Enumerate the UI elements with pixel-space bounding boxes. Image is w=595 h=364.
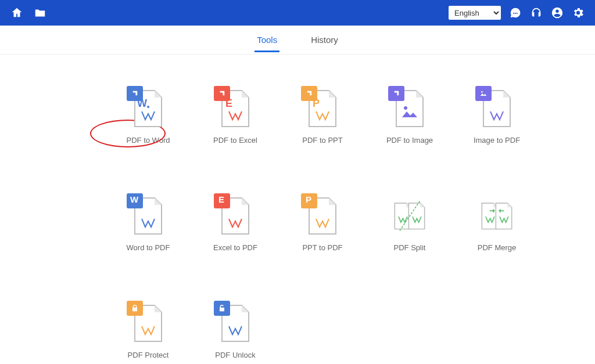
split-icon [393, 197, 426, 236]
file-icon-pdf [131, 304, 165, 344]
language-select[interactable]: English [449, 6, 501, 20]
svg-point-0 [147, 106, 149, 108]
tool-label: Word to PDF [127, 243, 170, 252]
merge-icon [480, 197, 514, 236]
tool-word-to-pdf[interactable]: W Word to PDF [105, 197, 192, 252]
tool-label: PPT to PDF [302, 243, 342, 252]
file-icon-pdf: P [306, 197, 339, 236]
tool-label: PDF to Word [127, 136, 170, 145]
gear-icon[interactable] [572, 6, 585, 19]
file-icon-pdf: E [218, 89, 252, 129]
tool-pdf-split[interactable]: PDF Split [366, 197, 453, 252]
tool-label: PDF Merge [478, 243, 516, 252]
svg-point-1 [404, 106, 407, 110]
tool-label: PDF Protect [128, 351, 169, 359]
profile-icon[interactable] [551, 6, 564, 19]
tool-pdf-protect[interactable]: PDF Protect [105, 304, 192, 359]
tool-label: Excel to PDF [213, 243, 257, 252]
tools-panel: W PDF to Word E PDF to Excel P PD [0, 55, 595, 359]
file-icon-pdf [393, 89, 426, 129]
app-header: English [0, 0, 595, 26]
tool-pdf-merge[interactable]: PDF Merge [453, 197, 540, 252]
letter-p-icon: P [313, 98, 320, 110]
letter-e-icon: E [218, 194, 224, 204]
tool-pdf-unlock[interactable]: PDF Unlock [192, 304, 279, 359]
tool-label: Image to PDF [474, 136, 520, 145]
file-icon-pdf [218, 304, 252, 344]
lock-icon [127, 301, 143, 316]
letter-p-icon: P [306, 194, 311, 204]
tab-history[interactable]: History [309, 28, 340, 52]
pdf-badge-icon [388, 86, 404, 101]
tool-pdf-to-image[interactable]: PDF to Image [366, 89, 453, 145]
letter-w-icon: W [130, 194, 138, 204]
file-icon-pdf: W [131, 89, 165, 129]
tool-pdf-to-excel[interactable]: E PDF to Excel [192, 89, 279, 145]
tool-ppt-to-pdf[interactable]: P PPT to PDF [279, 197, 366, 252]
tool-image-to-pdf[interactable]: Image to PDF [453, 89, 540, 145]
header-right: English [449, 6, 585, 20]
image-badge-icon [475, 86, 492, 101]
unlock-icon [214, 301, 230, 316]
svg-point-2 [481, 91, 483, 93]
tool-label: PDF Unlock [215, 351, 255, 359]
headphones-icon[interactable] [530, 6, 543, 19]
tool-pdf-to-ppt[interactable]: P PDF to PPT [279, 89, 366, 145]
tab-tools[interactable]: Tools [255, 28, 279, 52]
tool-pdf-to-word[interactable]: W PDF to Word [105, 89, 192, 145]
tool-label: PDF to Image [386, 136, 433, 145]
home-icon[interactable] [10, 6, 23, 19]
file-icon-pdf: P [306, 89, 339, 129]
tools-grid: W PDF to Word E PDF to Excel P PD [17, 89, 578, 359]
folder-icon[interactable] [34, 6, 46, 19]
tool-label: PDF to Excel [213, 136, 257, 145]
file-icon-pdf: E [218, 197, 252, 236]
tool-label: PDF to PPT [302, 136, 342, 145]
tool-label: PDF Split [394, 243, 426, 252]
file-icon-pdf [480, 89, 514, 129]
letter-w-icon: W [137, 98, 147, 110]
chat-icon[interactable] [509, 6, 522, 19]
header-left [10, 6, 46, 19]
tool-excel-to-pdf[interactable]: E Excel to PDF [192, 197, 279, 252]
file-icon-pdf: W [131, 197, 165, 236]
tabs-bar: Tools History [0, 26, 595, 55]
letter-e-icon: E [225, 98, 232, 110]
